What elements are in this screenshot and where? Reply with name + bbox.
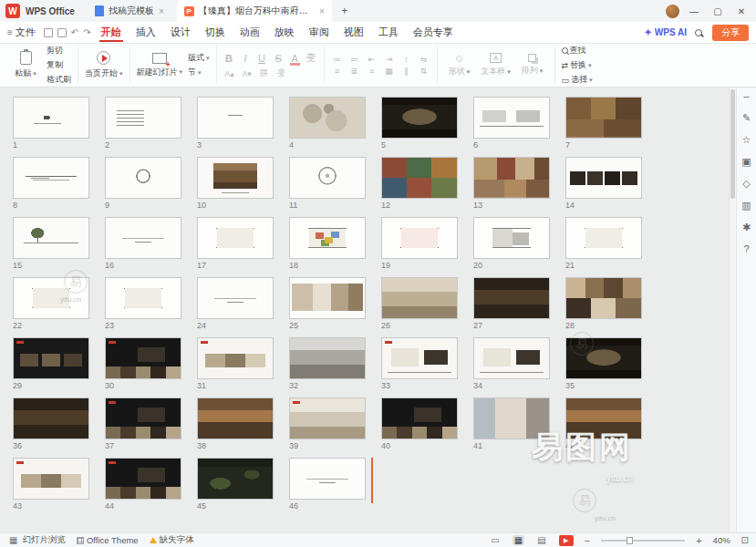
font-color-button[interactable]: A — [289, 53, 301, 64]
tab-insert[interactable]: 插入 — [134, 23, 158, 42]
scrollbar-thumb[interactable] — [730, 89, 735, 199]
slide-thumbnail[interactable] — [197, 157, 274, 199]
slide-thumbnail[interactable] — [565, 397, 642, 439]
bullets-icon[interactable]: ≔ — [331, 55, 344, 64]
zoom-slider-handle[interactable] — [627, 537, 633, 544]
search-icon[interactable] — [695, 29, 702, 36]
slide-sorter-view-button[interactable]: ▦ — [513, 535, 524, 545]
slideshow-button[interactable]: ▶ — [559, 535, 574, 546]
layout-button[interactable]: 版式▾ — [188, 52, 210, 64]
font-size-down-icon[interactable]: A▾ — [241, 69, 254, 78]
tab-review[interactable]: 审阅 — [307, 23, 331, 42]
doc-tab-presentation[interactable]: P 【臻真】烟台万科中南府当代… × — [177, 0, 332, 22]
slide-thumbnail[interactable] — [381, 217, 458, 259]
normal-view-button[interactable]: ▭ — [489, 535, 501, 545]
cut-button[interactable]: 剪切 — [47, 45, 71, 57]
tab-slideshow[interactable]: 放映 — [273, 23, 296, 42]
new-slide-button[interactable]: 新建幻灯片▾ — [137, 53, 183, 78]
print-icon[interactable] — [57, 28, 67, 37]
slide-thumbnail[interactable] — [381, 157, 458, 199]
slide-thumbnail[interactable] — [197, 337, 274, 379]
doc-tab-templates[interactable]: 找稿完模板 × — [88, 0, 171, 22]
slide-thumbnail[interactable] — [289, 97, 366, 139]
arrange-button[interactable]: 排列▾ — [517, 54, 548, 77]
slide-thumbnail[interactable] — [105, 397, 181, 439]
slide-thumbnail[interactable] — [13, 458, 89, 500]
format-painter-button[interactable]: 格式刷 — [47, 74, 71, 86]
align-right-icon[interactable]: ≡ — [366, 67, 378, 76]
file-menu[interactable]: ≡ 文件 — [7, 26, 36, 39]
slide-thumbnail[interactable] — [197, 217, 274, 259]
slide-thumbnail[interactable] — [105, 458, 181, 500]
minimize-button[interactable]: — — [685, 3, 703, 19]
zoom-out-button[interactable]: − — [585, 535, 590, 546]
slide-thumbnail[interactable] — [13, 337, 89, 379]
slide-thumbnail[interactable] — [565, 157, 642, 199]
slide-thumbnail[interactable] — [289, 458, 366, 500]
underline-button[interactable]: U — [256, 53, 268, 64]
settings-icon[interactable]: ✱ — [742, 222, 751, 232]
close-button[interactable]: ✕ — [732, 3, 751, 19]
align-center-icon[interactable]: ≣ — [348, 67, 361, 76]
slide-thumbnail[interactable] — [565, 337, 642, 379]
section-button[interactable]: 节▾ — [188, 67, 210, 78]
slide-thumbnail[interactable] — [473, 277, 550, 319]
italic-button[interactable]: I — [240, 53, 252, 64]
close-tab-icon[interactable]: × — [319, 6, 325, 16]
tab-transition[interactable]: 切换 — [203, 23, 227, 42]
theme-indicator[interactable]: Office Theme — [77, 535, 139, 545]
slide-thumbnail[interactable] — [197, 97, 274, 139]
collapse-panel-icon[interactable]: – — [743, 91, 749, 101]
slide-thumbnail[interactable] — [197, 277, 274, 319]
text-direction-icon[interactable]: ⇋ — [418, 55, 430, 64]
slide-thumbnail[interactable] — [13, 217, 89, 259]
slide-thumbnail[interactable] — [473, 217, 550, 259]
increase-indent-icon[interactable]: ⇥ — [383, 55, 396, 64]
slide-thumbnail[interactable] — [289, 157, 366, 199]
tab-design[interactable]: 设计 — [169, 23, 192, 42]
fit-to-window-icon[interactable]: ⊡ — [741, 535, 749, 545]
slide-thumbnail[interactable] — [289, 337, 366, 379]
find-button[interactable]: 查找 — [562, 45, 593, 57]
undo-icon[interactable]: ↶ — [71, 27, 78, 37]
redo-icon[interactable]: ↷ — [83, 27, 90, 37]
text-effects-button[interactable]: 变 — [306, 51, 317, 65]
close-tab-icon[interactable]: × — [159, 6, 164, 16]
shapes-button[interactable]: ◇ 形状▾ — [444, 53, 475, 77]
phonetic-guide-icon[interactable]: 拼 — [258, 67, 271, 79]
copy-button[interactable]: 复制 — [47, 59, 71, 71]
slide-thumbnail[interactable] — [13, 397, 89, 439]
align-left-icon[interactable]: ≡ — [331, 67, 344, 76]
slide-thumbnail[interactable] — [381, 397, 458, 439]
slide-thumbnail[interactable] — [197, 397, 274, 439]
vertical-scrollbar[interactable] — [729, 88, 736, 532]
help-icon[interactable]: ? — [743, 244, 749, 254]
play-from-current-button[interactable]: 当页开始▾ — [85, 51, 123, 79]
slide-thumbnail[interactable] — [473, 157, 550, 199]
tab-animation[interactable]: 动画 — [238, 23, 262, 42]
favorite-icon[interactable]: ☆ — [742, 135, 751, 145]
zoom-in-button[interactable]: + — [696, 535, 701, 546]
slide-thumbnail[interactable] — [381, 277, 458, 319]
tab-tools[interactable]: 工具 — [377, 23, 400, 42]
slide-thumbnail[interactable] — [105, 337, 181, 379]
share-button[interactable]: 分享 — [712, 25, 749, 41]
slide-thumbnail[interactable] — [13, 277, 89, 319]
justify-icon[interactable]: ▦ — [383, 67, 396, 76]
paste-button[interactable]: 粘贴▾ — [10, 51, 41, 79]
zoom-percentage[interactable]: 40% — [713, 535, 730, 545]
zoom-slider[interactable] — [601, 540, 685, 542]
shapes-panel-icon[interactable]: ◇ — [742, 179, 750, 189]
slide-thumbnail[interactable] — [289, 397, 366, 439]
decrease-indent-icon[interactable]: ⇤ — [366, 55, 378, 64]
slide-thumbnail[interactable] — [473, 97, 550, 139]
slide-thumbnail[interactable] — [289, 217, 366, 259]
new-tab-button[interactable]: + — [337, 4, 352, 18]
slide-thumbnail[interactable] — [289, 277, 366, 319]
slide-thumbnail[interactable] — [473, 397, 550, 439]
slide-thumbnail[interactable] — [105, 97, 181, 139]
tab-member[interactable]: 会员专享 — [411, 23, 455, 42]
replace-button[interactable]: ⇄替换▾ — [562, 59, 593, 71]
missing-fonts-warning[interactable]: 缺失字体 — [150, 534, 194, 546]
clipboard-panel-icon[interactable]: ▣ — [741, 157, 751, 167]
